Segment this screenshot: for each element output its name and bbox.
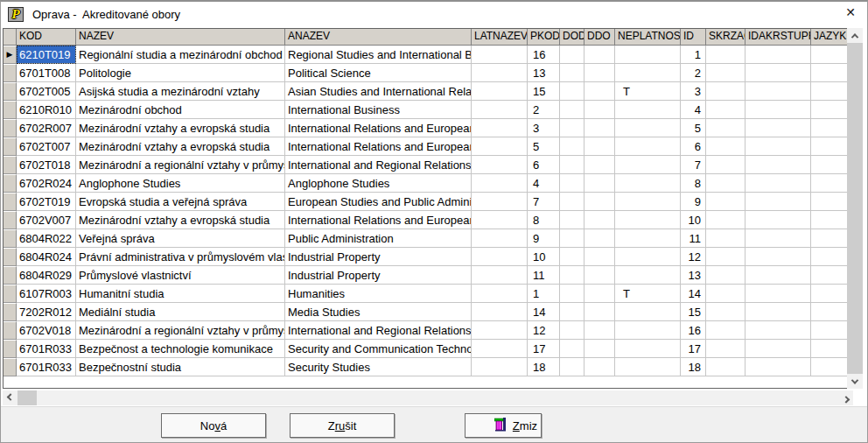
cell-pkod[interactable]: 5 bbox=[528, 137, 560, 156]
cell-idakrstupr[interactable] bbox=[746, 321, 811, 340]
cell-pkod[interactable]: 14 bbox=[528, 303, 560, 321]
cell-dod[interactable] bbox=[560, 340, 584, 358]
cell-ddo[interactable] bbox=[584, 248, 615, 266]
cell-id[interactable]: 1 bbox=[681, 46, 706, 64]
cell-id[interactable]: 7 bbox=[681, 156, 706, 174]
column-header-nazev[interactable]: NAZEV bbox=[76, 29, 285, 46]
cell-ddo[interactable] bbox=[584, 101, 615, 119]
cell-pkod[interactable]: 12 bbox=[528, 321, 560, 340]
scroll-up-button[interactable] bbox=[847, 28, 863, 43]
cell-dod[interactable] bbox=[560, 229, 584, 248]
cell-dod[interactable] bbox=[560, 46, 584, 64]
cell-dod[interactable] bbox=[560, 303, 584, 321]
cell-jazyk[interactable] bbox=[811, 119, 848, 137]
cell-ddo[interactable] bbox=[584, 46, 615, 64]
cell-anazev[interactable]: Asian Studies and International Rela bbox=[285, 82, 472, 101]
cell-latnazev[interactable] bbox=[472, 101, 528, 119]
cell-jazyk[interactable] bbox=[811, 321, 848, 340]
cell-dod[interactable] bbox=[560, 321, 584, 340]
cell-nazev[interactable]: Asijská studia a mezinárodní vztahy bbox=[76, 82, 285, 101]
cell-id[interactable]: 17 bbox=[681, 340, 706, 358]
cell-pkod[interactable]: 8 bbox=[528, 211, 560, 229]
cell-jazyk[interactable] bbox=[811, 46, 848, 64]
record-selector[interactable] bbox=[4, 82, 17, 101]
cell-latnazev[interactable] bbox=[472, 321, 528, 340]
cell-neplatnost[interactable] bbox=[615, 321, 681, 340]
cell-skrzac[interactable] bbox=[706, 82, 746, 101]
cell-neplatnost[interactable] bbox=[615, 46, 681, 64]
cell-latnazev[interactable] bbox=[472, 340, 528, 358]
cell-kod[interactable]: 6702T005 bbox=[17, 82, 76, 101]
cell-ddo[interactable] bbox=[584, 64, 615, 82]
cell-skrzac[interactable] bbox=[706, 321, 746, 340]
cell-dod[interactable] bbox=[560, 285, 584, 303]
cell-pkod[interactable]: 9 bbox=[528, 229, 560, 248]
cell-anazev[interactable]: Public Administration bbox=[285, 229, 472, 248]
record-selector[interactable] bbox=[4, 266, 17, 285]
cell-jazyk[interactable] bbox=[811, 101, 848, 119]
cell-jazyk[interactable] bbox=[811, 64, 848, 82]
cell-jazyk[interactable] bbox=[811, 358, 848, 376]
cell-latnazev[interactable] bbox=[472, 82, 528, 101]
cell-jazyk[interactable] bbox=[811, 174, 848, 193]
cell-neplatnost[interactable] bbox=[615, 303, 681, 321]
cell-neplatnost[interactable] bbox=[615, 119, 681, 137]
cell-nazev[interactable]: Mezinárodní vztahy a evropská studia bbox=[76, 211, 285, 229]
column-header-idakrstupr[interactable]: IDAKRSTUPR bbox=[746, 29, 811, 46]
cell-skrzac[interactable] bbox=[706, 193, 746, 211]
cell-id[interactable]: 4 bbox=[681, 101, 706, 119]
cell-dod[interactable] bbox=[560, 174, 584, 193]
cell-pkod[interactable]: 18 bbox=[528, 358, 560, 376]
cell-skrzac[interactable] bbox=[706, 266, 746, 285]
cell-nazev[interactable]: Mezinárodní obchod bbox=[76, 101, 285, 119]
cell-latnazev[interactable] bbox=[472, 248, 528, 266]
cell-idakrstupr[interactable] bbox=[746, 119, 811, 137]
column-header-pkod[interactable]: PKOD bbox=[528, 29, 560, 46]
cell-latnazev[interactable] bbox=[472, 358, 528, 376]
column-header-latnazev[interactable]: LATNAZEV bbox=[472, 29, 528, 46]
cell-neplatnost[interactable] bbox=[615, 174, 681, 193]
column-header-skrzac[interactable]: SKRZAC bbox=[706, 29, 746, 46]
cell-pkod[interactable]: 13 bbox=[528, 64, 560, 82]
cell-idakrstupr[interactable] bbox=[746, 137, 811, 156]
cell-idakrstupr[interactable] bbox=[746, 174, 811, 193]
cell-pkod[interactable]: 1 bbox=[528, 285, 560, 303]
cell-id[interactable]: 15 bbox=[681, 303, 706, 321]
cell-pkod[interactable]: 11 bbox=[528, 266, 560, 285]
cell-jazyk[interactable] bbox=[811, 211, 848, 229]
cell-kod[interactable]: 6804R029 bbox=[17, 266, 76, 285]
cell-anazev[interactable]: Security and Communication Techno bbox=[285, 340, 472, 358]
cell-nazev[interactable]: Veřejná správa bbox=[76, 229, 285, 248]
record-selector[interactable] bbox=[4, 229, 17, 248]
cell-anazev[interactable]: International Business bbox=[285, 101, 472, 119]
cell-dod[interactable] bbox=[560, 82, 584, 101]
cell-latnazev[interactable] bbox=[472, 137, 528, 156]
column-header-kod[interactable]: KOD bbox=[17, 29, 76, 46]
cell-id[interactable]: 12 bbox=[681, 248, 706, 266]
cancel-button[interactable]: Zrušit bbox=[290, 413, 395, 438]
horizontal-scrollbar-thumb[interactable] bbox=[18, 390, 37, 405]
cell-anazev[interactable]: Industrial Property bbox=[285, 248, 472, 266]
cell-dod[interactable] bbox=[560, 64, 584, 82]
cell-jazyk[interactable] bbox=[811, 340, 848, 358]
cell-idakrstupr[interactable] bbox=[746, 285, 811, 303]
cell-idakrstupr[interactable] bbox=[746, 303, 811, 321]
cell-anazev[interactable]: European Studies and Public Admini bbox=[285, 193, 472, 211]
cell-anazev[interactable]: Anglophone Studies bbox=[285, 174, 472, 193]
cell-neplatnost[interactable] bbox=[615, 156, 681, 174]
column-header-anazev[interactable]: ANAZEV bbox=[285, 29, 472, 46]
column-header-jazyk[interactable]: JAZYK bbox=[811, 29, 848, 46]
cell-anazev[interactable]: Media Studies bbox=[285, 303, 472, 321]
scroll-left-button[interactable] bbox=[3, 390, 18, 405]
record-selector[interactable] bbox=[4, 119, 17, 137]
cell-latnazev[interactable] bbox=[472, 174, 528, 193]
cell-idakrstupr[interactable] bbox=[746, 248, 811, 266]
cell-dod[interactable] bbox=[560, 193, 584, 211]
cell-ddo[interactable] bbox=[584, 340, 615, 358]
cell-skrzac[interactable] bbox=[706, 248, 746, 266]
cell-nazev[interactable]: Průmyslové vlastnictví bbox=[76, 266, 285, 285]
cell-ddo[interactable] bbox=[584, 266, 615, 285]
cell-idakrstupr[interactable] bbox=[746, 229, 811, 248]
cell-id[interactable]: 8 bbox=[681, 174, 706, 193]
cell-id[interactable]: 10 bbox=[681, 211, 706, 229]
